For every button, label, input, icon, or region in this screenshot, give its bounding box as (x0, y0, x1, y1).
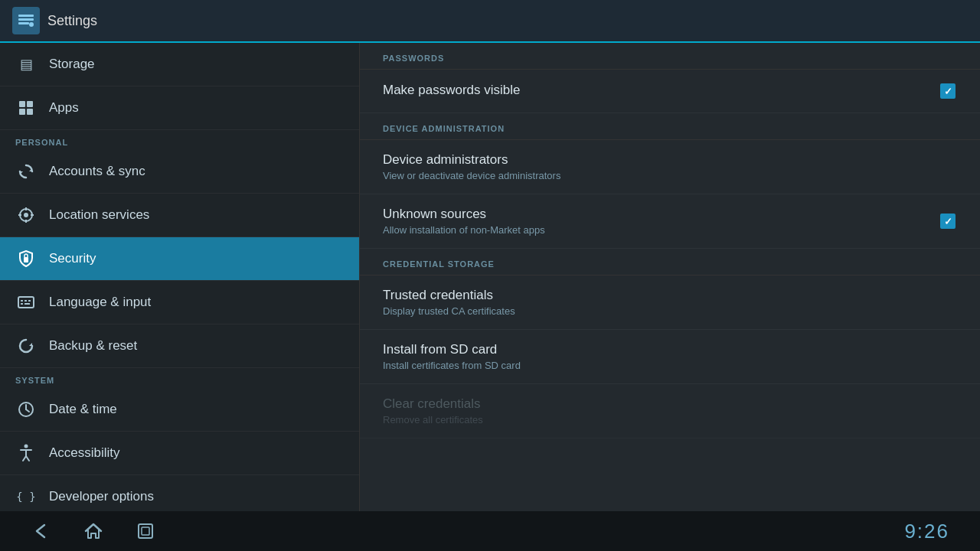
section-header-system: SYSTEM (0, 368, 359, 388)
title-bar: Settings (0, 0, 980, 43)
item-text: Device administrators View or deactivate… (383, 152, 957, 181)
sidebar-item-label: Developer options (49, 489, 154, 504)
back-button[interactable] (31, 520, 52, 542)
item-title: Trusted credentials (383, 288, 957, 303)
svg-rect-20 (28, 300, 31, 302)
item-subtitle: Remove all certificates (383, 414, 957, 425)
item-title: Unknown sources (383, 207, 939, 222)
sidebar-item-label: Apps (49, 100, 79, 116)
item-subtitle: Allow installation of non-Market apps (383, 224, 939, 236)
svg-rect-31 (139, 524, 152, 538)
item-text: Make passwords visible (383, 83, 939, 100)
checkbox-unknown-sources[interactable] (939, 212, 957, 230)
svg-rect-22 (24, 303, 30, 305)
svg-rect-18 (21, 300, 23, 302)
content-item-device-administrators[interactable]: Device administrators View or deactivate… (360, 140, 980, 194)
item-text: Clear credentials Remove all certificate… (383, 396, 957, 425)
sidebar-item-label: Location services (49, 207, 149, 223)
svg-marker-23 (29, 343, 32, 346)
item-title: Clear credentials (383, 396, 957, 412)
language-icon (15, 292, 37, 313)
item-text: Install from SD card Install certificate… (383, 342, 957, 371)
sidebar-item-security[interactable]: Security (0, 237, 359, 281)
svg-rect-32 (142, 527, 149, 535)
section-header-device-admin: DEVICE ADMINISTRATION (360, 113, 980, 140)
sidebar-item-backup-reset[interactable]: Backup & reset (0, 324, 359, 368)
section-header-passwords: PASSWORDS (360, 43, 980, 70)
svg-rect-7 (27, 109, 33, 115)
content-item-make-passwords-visible[interactable]: Make passwords visible (360, 70, 980, 113)
main-layout: ▤ Storage Apps PERSONAL (0, 43, 980, 511)
recent-button[interactable] (135, 520, 156, 542)
sidebar-item-label: Storage (49, 57, 95, 72)
svg-line-26 (26, 409, 29, 412)
checkbox-make-passwords-visible[interactable] (939, 82, 957, 100)
sidebar-item-label: Security (49, 251, 96, 266)
content-panel: PASSWORDS Make passwords visible DEVICE … (360, 43, 980, 511)
location-icon (15, 204, 37, 226)
accessibility-icon (15, 442, 37, 464)
nav-buttons (31, 520, 156, 542)
developer-icon: { } (15, 486, 37, 507)
nav-bar: 9:26 (0, 511, 980, 551)
section-header-personal: PERSONAL (0, 130, 359, 150)
checkbox-checked-icon (940, 83, 956, 99)
app-icon (12, 7, 40, 34)
sidebar-item-accounts-sync[interactable]: Accounts & sync (0, 150, 359, 194)
time-display: 9:26 (904, 520, 949, 543)
home-button[interactable] (83, 520, 104, 542)
content-item-trusted-credentials[interactable]: Trusted credentials Display trusted CA c… (360, 276, 980, 330)
item-title: Install from SD card (383, 342, 957, 357)
accounts-sync-icon (15, 161, 37, 182)
content-item-install-from-sd[interactable]: Install from SD card Install certificate… (360, 330, 980, 384)
page-title: Settings (47, 13, 97, 29)
sidebar-item-label: Date & time (49, 402, 117, 417)
sidebar-item-accessibility[interactable]: Accessibility (0, 432, 359, 475)
checkbox-checked-icon (940, 214, 956, 229)
sidebar-item-date-time[interactable]: Date & time (0, 388, 359, 432)
svg-rect-16 (24, 257, 28, 262)
storage-icon: ▤ (15, 54, 37, 75)
apps-icon (15, 97, 37, 119)
item-text: Unknown sources Allow installation of no… (383, 207, 939, 236)
svg-point-3 (29, 22, 34, 27)
item-title: Device administrators (383, 152, 957, 168)
svg-rect-1 (18, 18, 34, 21)
svg-rect-17 (18, 297, 34, 308)
sidebar-item-label: Accounts & sync (49, 164, 145, 179)
item-subtitle: View or deactivate device administrators (383, 170, 957, 181)
item-subtitle: Install certificates from SD card (383, 360, 957, 371)
item-subtitle: Display trusted CA certificates (383, 305, 957, 317)
backup-icon (15, 335, 37, 357)
svg-rect-5 (27, 101, 33, 107)
security-icon (15, 248, 37, 269)
svg-point-27 (24, 445, 28, 448)
svg-rect-4 (19, 101, 25, 107)
svg-point-11 (24, 213, 28, 217)
datetime-icon (15, 399, 37, 420)
item-title: Make passwords visible (383, 83, 939, 98)
sidebar-item-developer-options[interactable]: { } Developer options (0, 475, 359, 511)
sidebar-item-storage[interactable]: ▤ Storage (0, 43, 359, 86)
sidebar-item-label: Backup & reset (49, 338, 137, 354)
svg-rect-6 (19, 109, 25, 115)
svg-rect-21 (21, 303, 23, 305)
svg-rect-19 (24, 300, 27, 302)
svg-rect-0 (18, 15, 34, 17)
content-item-clear-credentials: Clear credentials Remove all certificate… (360, 384, 980, 439)
content-item-unknown-sources[interactable]: Unknown sources Allow installation of no… (360, 194, 980, 249)
sidebar: ▤ Storage Apps PERSONAL (0, 43, 360, 511)
sidebar-item-apps[interactable]: Apps (0, 86, 359, 130)
sidebar-item-language-input[interactable]: Language & input (0, 281, 359, 324)
svg-rect-2 (18, 22, 29, 24)
section-header-credential-storage: CREDENTIAL STORAGE (360, 249, 980, 276)
sidebar-item-label: Accessibility (49, 445, 120, 461)
item-text: Trusted credentials Display trusted CA c… (383, 288, 957, 317)
sidebar-item-label: Language & input (49, 295, 151, 310)
sidebar-item-location-services[interactable]: Location services (0, 194, 359, 237)
